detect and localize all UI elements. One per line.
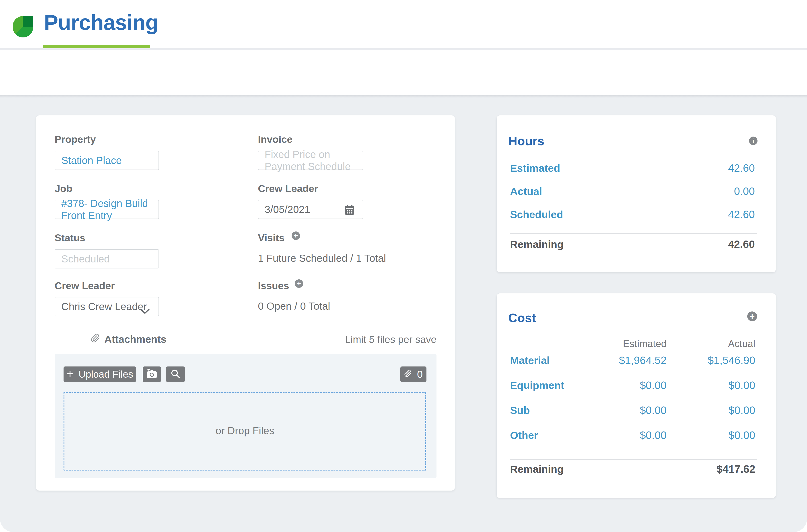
crew-leader-select-label: Crew Leader: [55, 280, 115, 292]
cost-row-material: Material $1,964.52 $1,546.90: [497, 354, 776, 367]
work-ticket-form-card: Property Station Place Invoice Fixed Pri…: [36, 115, 455, 491]
status-placeholder: Scheduled: [61, 253, 110, 265]
invoice-label: Invoice: [258, 134, 292, 145]
hours-divider: [510, 233, 757, 234]
cost-sub-actual: $0.00: [729, 404, 755, 416]
cost-remaining-value: $417.62: [716, 463, 755, 475]
job-label: Job: [55, 183, 72, 194]
job-value: #378- Design Build Front Entry: [61, 197, 152, 222]
issues-label: Issues: [258, 280, 289, 292]
hours-row-scheduled: Scheduled 42.60: [510, 208, 755, 221]
take-photo-button[interactable]: [143, 366, 161, 382]
invoice-field[interactable]: Fixed Price on Payment Schedule: [258, 151, 363, 170]
cost-equipment-actual: $0.00: [729, 379, 755, 392]
info-icon[interactable]: i: [749, 137, 757, 145]
hours-title: Hours: [508, 134, 544, 148]
crew-leader-date-label: Crew Leader: [258, 183, 318, 194]
hours-actual-value: 0.00: [734, 185, 755, 197]
cost-material-actual: $1,546.90: [708, 354, 755, 366]
upload-files-label: Upload Files: [79, 369, 133, 380]
hours-scheduled-value: 42.60: [728, 208, 755, 221]
sub-header: #7380 Plant Installation (1 of 1) Save: [0, 50, 807, 95]
attachments-limit-note: Limit 5 files per save: [345, 334, 437, 345]
cost-row-remaining: Remaining $417.62: [497, 463, 776, 475]
invoice-placeholder: Fixed Price on Payment Schedule: [264, 148, 356, 172]
issues-summary: 0 Open / 0 Total: [258, 300, 330, 312]
crew-leader-date-field[interactable]: 3/05/2021: [258, 200, 363, 219]
property-value: Station Place: [61, 154, 122, 166]
active-tab-underline: [43, 45, 150, 48]
purchasing-window: Purchasing #7380 Plant Installation (1 o…: [0, 0, 807, 532]
top-header: Purchasing: [0, 0, 807, 48]
visits-summary: 1 Future Scheduled / 1 Total: [258, 252, 386, 264]
attachment-counter-badge[interactable]: 0: [400, 366, 426, 382]
add-visit-button[interactable]: +: [292, 231, 300, 240]
hours-estimated-label[interactable]: Estimated: [510, 162, 560, 174]
cost-title: Cost: [508, 310, 536, 325]
upload-files-button[interactable]: + Upload Files: [63, 366, 136, 382]
attachments-label: Attachments: [104, 333, 167, 345]
file-drop-zone[interactable]: or Drop Files: [63, 392, 426, 471]
hours-row-estimated: Estimated 42.60: [510, 162, 755, 174]
cost-sub-label[interactable]: Sub: [510, 404, 530, 416]
search-icon: [170, 369, 181, 380]
cost-material-estimated: $1,964.52: [619, 354, 666, 366]
hours-remaining-label: Remaining: [510, 238, 564, 250]
header-divider: [0, 48, 807, 50]
hours-estimated-value: 42.60: [728, 162, 755, 174]
cost-row-other: Other $0.00 $0.00: [497, 429, 776, 441]
cost-column-actual: Actual: [728, 338, 755, 349]
add-issue-button[interactable]: +: [295, 279, 303, 288]
status-label: Status: [55, 232, 85, 244]
add-cost-button[interactable]: +: [747, 311, 757, 321]
cost-row-sub: Sub $0.00 $0.00: [497, 404, 776, 417]
paperclip-icon: [404, 368, 412, 380]
hours-row-actual: Actual 0.00: [510, 185, 755, 197]
cost-material-label[interactable]: Material: [510, 354, 550, 366]
cost-other-label[interactable]: Other: [510, 429, 538, 441]
drop-files-hint: or Drop Files: [65, 425, 425, 437]
visits-label: Visits: [258, 232, 285, 244]
hours-panel: Hours i Estimated 42.60 Actual 0.00 Sche…: [497, 115, 776, 272]
aspire-leaf-logo: [13, 16, 33, 37]
paperclip-icon: [91, 332, 100, 345]
cost-column-estimated: Estimated: [623, 338, 666, 349]
camera-icon: [146, 369, 158, 380]
hours-remaining-value: 42.60: [728, 238, 755, 250]
cost-row-equipment: Equipment $0.00 $0.00: [497, 379, 776, 392]
cost-equipment-label[interactable]: Equipment: [510, 379, 564, 392]
hours-scheduled-label[interactable]: Scheduled: [510, 208, 563, 221]
calendar-icon[interactable]: [344, 205, 355, 218]
hours-row-remaining: Remaining 42.60: [510, 238, 755, 250]
crew-leader-date-value: 3/05/2021: [264, 203, 310, 215]
cost-other-actual: $0.00: [729, 429, 755, 441]
cost-divider: [510, 459, 757, 460]
tab-purchasing[interactable]: Purchasing: [44, 10, 158, 35]
attachment-count: 0: [417, 368, 423, 380]
property-label: Property: [55, 134, 96, 145]
cost-panel: Cost + Estimated Actual Material $1,964.…: [497, 293, 776, 498]
crew-leader-select[interactable]: Chris Crew Leader: [55, 297, 159, 316]
attachments-panel: + Upload Files: [55, 354, 437, 478]
chevron-down-icon: [140, 305, 150, 317]
search-attachments-button[interactable]: [166, 366, 185, 382]
cost-other-estimated: $0.00: [640, 429, 666, 441]
cost-equipment-estimated: $0.00: [640, 379, 666, 392]
crew-leader-select-value: Chris Crew Leader: [61, 301, 147, 312]
cost-sub-estimated: $0.00: [640, 404, 666, 416]
sub-header-shadow: [0, 95, 807, 98]
hours-actual-label[interactable]: Actual: [510, 185, 542, 197]
status-field[interactable]: Scheduled: [55, 249, 159, 268]
cost-remaining-label: Remaining: [510, 463, 564, 475]
job-field[interactable]: #378- Design Build Front Entry: [55, 200, 159, 219]
property-field[interactable]: Station Place: [55, 151, 159, 170]
